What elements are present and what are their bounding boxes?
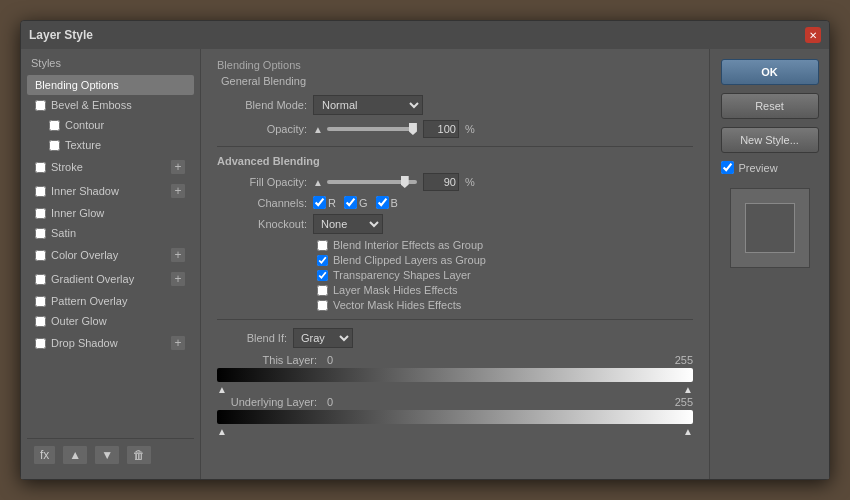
- channel-r-checkbox[interactable]: [313, 196, 326, 209]
- this-layer-min: 0: [327, 354, 333, 366]
- drop-shadow-checkbox[interactable]: [35, 338, 46, 349]
- new-style-button[interactable]: New Style...: [721, 127, 819, 153]
- sidebar-item-contour[interactable]: Contour: [27, 115, 194, 135]
- sidebar-item-label: Satin: [51, 227, 76, 239]
- fill-opacity-arrow: ▲: [313, 177, 323, 188]
- preview-checkbox[interactable]: [721, 161, 734, 174]
- sidebar-item-texture[interactable]: Texture: [27, 135, 194, 155]
- this-layer-section: This Layer: 0 255 ▲ ▲: [217, 354, 693, 390]
- sidebar-item-label: Outer Glow: [51, 315, 107, 327]
- this-layer-right-handle[interactable]: ▲: [683, 384, 693, 395]
- blend-clipped-checkbox[interactable]: [317, 255, 328, 266]
- sidebar-item-bevel-emboss[interactable]: Bevel & Emboss: [27, 95, 194, 115]
- blend-if-select[interactable]: Gray Red Green Blue: [293, 328, 353, 348]
- opacity-input[interactable]: [423, 120, 459, 138]
- knockout-select[interactable]: None Shallow Deep: [313, 214, 383, 234]
- sidebar-item-satin[interactable]: Satin: [27, 223, 194, 243]
- dialog-body: Styles Blending Options Bevel & Emboss C…: [21, 49, 829, 479]
- outer-glow-checkbox[interactable]: [35, 316, 46, 327]
- vector-mask-hides-checkbox[interactable]: [317, 300, 328, 311]
- drop-shadow-add-button[interactable]: +: [170, 335, 186, 351]
- sidebar-item-drop-shadow[interactable]: Drop Shadow +: [27, 331, 194, 355]
- inner-shadow-add-button[interactable]: +: [170, 183, 186, 199]
- blend-interior-checkbox[interactable]: [317, 240, 328, 251]
- transparency-shapes-checkbox[interactable]: [317, 270, 328, 281]
- layer-mask-hides-label: Layer Mask Hides Effects: [333, 284, 458, 296]
- blend-mode-select[interactable]: Normal Dissolve Multiply Screen Overlay: [313, 95, 423, 115]
- opacity-slider[interactable]: [327, 127, 417, 131]
- sidebar-item-label: Blending Options: [35, 79, 119, 91]
- inner-glow-checkbox[interactable]: [35, 208, 46, 219]
- opacity-slider-container: ▲: [313, 124, 417, 135]
- left-panel: Styles Blending Options Bevel & Emboss C…: [21, 49, 201, 479]
- blend-if-row: Blend If: Gray Red Green Blue: [217, 328, 693, 348]
- close-button[interactable]: ✕: [805, 27, 821, 43]
- sidebar-item-stroke[interactable]: Stroke +: [27, 155, 194, 179]
- fill-opacity-percent: %: [465, 176, 475, 188]
- pattern-overlay-checkbox[interactable]: [35, 296, 46, 307]
- fx-button[interactable]: fx: [33, 445, 56, 465]
- sidebar-item-label: Inner Shadow: [51, 185, 119, 197]
- sidebar-item-outer-glow[interactable]: Outer Glow: [27, 311, 194, 331]
- gradient-overlay-checkbox[interactable]: [35, 274, 46, 285]
- channel-g-label: G: [359, 197, 368, 209]
- checkboxes-container: Blend Interior Effects as Group Blend Cl…: [217, 239, 693, 311]
- blend-clipped-label: Blend Clipped Layers as Group: [333, 254, 486, 266]
- sidebar-item-color-overlay[interactable]: Color Overlay +: [27, 243, 194, 267]
- sidebar-item-label: Bevel & Emboss: [51, 99, 132, 111]
- sidebar-item-inner-shadow[interactable]: Inner Shadow +: [27, 179, 194, 203]
- right-panel: OK Reset New Style... Preview: [709, 49, 829, 479]
- inner-shadow-checkbox[interactable]: [35, 186, 46, 197]
- reset-button[interactable]: Reset: [721, 93, 819, 119]
- this-layer-max: 255: [675, 354, 693, 366]
- blend-mode-row: Blend Mode: Normal Dissolve Multiply Scr…: [217, 95, 693, 115]
- color-overlay-checkbox[interactable]: [35, 250, 46, 261]
- stroke-add-button[interactable]: +: [170, 159, 186, 175]
- color-overlay-add-button[interactable]: +: [170, 247, 186, 263]
- stroke-checkbox[interactable]: [35, 162, 46, 173]
- sidebar-item-label: Drop Shadow: [51, 337, 118, 349]
- divider-2: [217, 319, 693, 320]
- move-up-button[interactable]: ▲: [62, 445, 88, 465]
- contour-checkbox[interactable]: [49, 120, 60, 131]
- fill-opacity-input[interactable]: [423, 173, 459, 191]
- preview-box: [730, 188, 810, 268]
- divider-1: [217, 146, 693, 147]
- sidebar-item-pattern-overlay[interactable]: Pattern Overlay: [27, 291, 194, 311]
- layer-mask-hides-row: Layer Mask Hides Effects: [317, 284, 693, 296]
- channels-container: R G B: [313, 196, 398, 209]
- channel-b-label: B: [391, 197, 398, 209]
- knockout-row: Knockout: None Shallow Deep: [217, 214, 693, 234]
- this-layer-labels: This Layer: 0 255: [217, 354, 693, 366]
- channel-g-checkbox[interactable]: [344, 196, 357, 209]
- channel-b-checkbox[interactable]: [376, 196, 389, 209]
- opacity-label: Opacity:: [217, 123, 307, 135]
- sidebar-item-label: Texture: [65, 139, 101, 151]
- layer-mask-hides-checkbox[interactable]: [317, 285, 328, 296]
- move-down-button[interactable]: ▼: [94, 445, 120, 465]
- fill-opacity-slider[interactable]: [327, 180, 417, 184]
- sidebar-item-inner-glow[interactable]: Inner Glow: [27, 203, 194, 223]
- satin-checkbox[interactable]: [35, 228, 46, 239]
- sidebar-item-label: Inner Glow: [51, 207, 104, 219]
- underlying-layer-left-handle[interactable]: ▲: [217, 426, 227, 437]
- blend-mode-label: Blend Mode:: [217, 99, 307, 111]
- underlying-layer-right-handle[interactable]: ▲: [683, 426, 693, 437]
- ok-button[interactable]: OK: [721, 59, 819, 85]
- knockout-label: Knockout:: [217, 218, 307, 230]
- gradient-overlay-add-button[interactable]: +: [170, 271, 186, 287]
- delete-button[interactable]: 🗑: [126, 445, 152, 465]
- layer-style-dialog: Layer Style ✕ Styles Blending Options Be…: [20, 20, 830, 480]
- vector-mask-hides-label: Vector Mask Hides Effects: [333, 299, 461, 311]
- vector-mask-hides-row: Vector Mask Hides Effects: [317, 299, 693, 311]
- sidebar-item-blending-options[interactable]: Blending Options: [27, 75, 194, 95]
- blend-clipped-row: Blend Clipped Layers as Group: [317, 254, 693, 266]
- bevel-emboss-checkbox[interactable]: [35, 100, 46, 111]
- this-layer-left-handle[interactable]: ▲: [217, 384, 227, 395]
- opacity-row: Opacity: ▲ %: [217, 120, 693, 138]
- fill-opacity-row: Fill Opacity: ▲ %: [217, 173, 693, 191]
- sidebar-item-gradient-overlay[interactable]: Gradient Overlay +: [27, 267, 194, 291]
- opacity-percent: %: [465, 123, 475, 135]
- texture-checkbox[interactable]: [49, 140, 60, 151]
- main-panel: Blending Options General Blending Blend …: [201, 49, 709, 479]
